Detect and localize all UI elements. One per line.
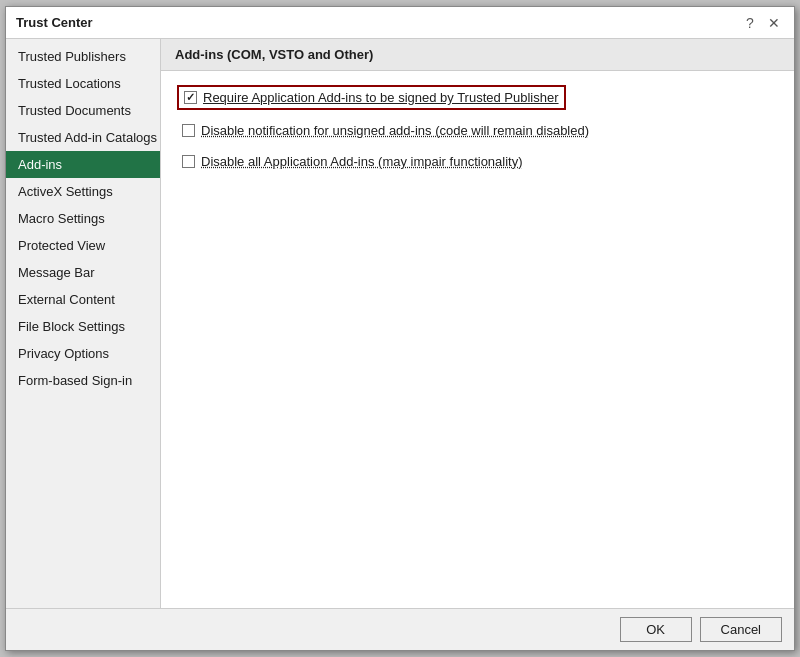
checkbox-require-signed[interactable] (184, 91, 197, 104)
title-bar-left: Trust Center (16, 15, 93, 30)
help-button[interactable]: ? (740, 13, 760, 33)
sidebar-item-form-based-sign-in[interactable]: Form-based Sign-in (6, 367, 160, 394)
sidebar-item-privacy-options[interactable]: Privacy Options (6, 340, 160, 367)
sidebar-item-message-bar[interactable]: Message Bar (6, 259, 160, 286)
checkbox-disable-notification[interactable] (182, 124, 195, 137)
content-area: Add-ins (COM, VSTO and Other) Require Ap… (161, 39, 794, 608)
trust-center-dialog: Trust Center ? ✕ Trusted PublishersTrust… (5, 6, 795, 651)
sidebar-item-add-ins[interactable]: Add-ins (6, 151, 160, 178)
dialog-footer: OK Cancel (6, 608, 794, 650)
title-bar: Trust Center ? ✕ (6, 7, 794, 39)
cancel-button[interactable]: Cancel (700, 617, 782, 642)
sidebar-item-activex-settings[interactable]: ActiveX Settings (6, 178, 160, 205)
checkbox-label-disable-notification: Disable notification for unsigned add-in… (201, 123, 589, 138)
title-bar-controls: ? ✕ (740, 13, 784, 33)
checkbox-label-disable-all: Disable all Application Add-ins (may imp… (201, 154, 523, 169)
sidebar: Trusted PublishersTrusted LocationsTrust… (6, 39, 161, 608)
sidebar-item-external-content[interactable]: External Content (6, 286, 160, 313)
sidebar-item-trusted-addin-catalogs[interactable]: Trusted Add-in Catalogs (6, 124, 160, 151)
checkbox-row-disable-all: Disable all Application Add-ins (may imp… (177, 151, 778, 172)
sidebar-item-protected-view[interactable]: Protected View (6, 232, 160, 259)
sidebar-item-file-block-settings[interactable]: File Block Settings (6, 313, 160, 340)
content-header: Add-ins (COM, VSTO and Other) (161, 39, 794, 71)
sidebar-item-trusted-publishers[interactable]: Trusted Publishers (6, 43, 160, 70)
sidebar-item-macro-settings[interactable]: Macro Settings (6, 205, 160, 232)
dialog-title: Trust Center (16, 15, 93, 30)
content-body: Require Application Add-ins to be signed… (161, 71, 794, 608)
sidebar-item-trusted-documents[interactable]: Trusted Documents (6, 97, 160, 124)
sidebar-item-trusted-locations[interactable]: Trusted Locations (6, 70, 160, 97)
dialog-body: Trusted PublishersTrusted LocationsTrust… (6, 39, 794, 608)
checkbox-row-require-signed: Require Application Add-ins to be signed… (177, 85, 566, 110)
ok-button[interactable]: OK (620, 617, 692, 642)
checkbox-label-require-signed: Require Application Add-ins to be signed… (203, 90, 559, 105)
checkbox-disable-all[interactable] (182, 155, 195, 168)
close-button[interactable]: ✕ (764, 13, 784, 33)
checkbox-row-disable-notification: Disable notification for unsigned add-in… (177, 120, 778, 141)
